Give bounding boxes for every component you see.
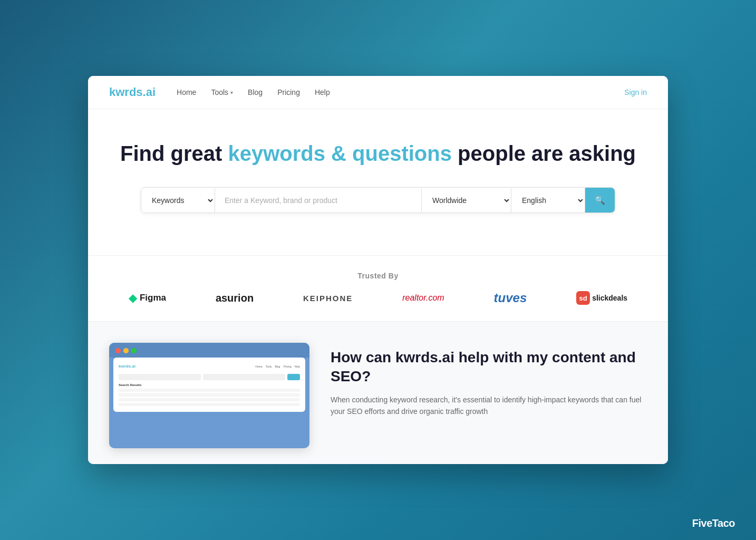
navbar: kwrds.ai Home Tools ▾ Blog Pricing Help … — [88, 76, 668, 109]
ss-nav-links: Home Tools Blog Pricing Help — [255, 365, 300, 368]
ss-search-btn — [287, 374, 300, 380]
slickdeals-logo: sd slickdeals — [576, 291, 627, 305]
ss-row-3 — [119, 398, 300, 401]
ss-table-title: Search Results — [119, 383, 300, 387]
ss-navbar: kwrds.ai Home Tools Blog Pricing Help — [119, 362, 300, 371]
ss-row-1 — [119, 389, 300, 392]
tuves-logo: tuves — [494, 291, 527, 305]
figma-logo: ◆ Figma — [129, 292, 166, 304]
realtor-logo: realtor.com — [402, 293, 444, 303]
content-info: How can kwrds.ai help with my content an… — [331, 343, 647, 418]
screenshot-inner: kwrds.ai Home Tools Blog Pricing Help Se… — [113, 358, 305, 412]
brand-logo[interactable]: kwrds.ai — [109, 85, 156, 99]
bottom-section: kwrds.ai Home Tools Blog Pricing Help Se… — [88, 321, 668, 464]
watermark: FiveTaco — [692, 517, 735, 529]
nav-pricing[interactable]: Pricing — [277, 88, 300, 97]
ss-search-bar — [119, 374, 300, 380]
tools-chevron-icon: ▾ — [230, 90, 233, 95]
search-button[interactable]: 🔍 — [585, 188, 615, 213]
nav-home[interactable]: Home — [177, 88, 196, 97]
ss-input — [119, 374, 201, 380]
browser-window: kwrds.ai Home Tools ▾ Blog Pricing Help … — [88, 76, 668, 464]
ss-row-4 — [119, 403, 300, 406]
ss-row-2 — [119, 393, 300, 397]
search-icon: 🔍 — [595, 195, 605, 205]
nav-help[interactable]: Help — [315, 88, 330, 97]
content-description: When conducting keyword research, it's e… — [331, 394, 647, 418]
hero-section: Find great keywords & questions people a… — [88, 109, 668, 255]
ss-input2 — [203, 374, 285, 380]
keyword-input[interactable] — [215, 189, 422, 212]
ss-maximize-dot — [131, 348, 137, 353]
figma-icon: ◆ — [129, 292, 137, 304]
ss-brand: kwrds.ai — [119, 364, 135, 369]
ss-minimize-dot — [123, 348, 129, 353]
nav-links: Home Tools ▾ Blog Pricing Help — [177, 88, 624, 97]
content-title: How can kwrds.ai help with my content an… — [331, 348, 647, 387]
trusted-logos: ◆ Figma asurion KEIPHONE realtor.com tuv… — [109, 291, 647, 305]
app-screenshot: kwrds.ai Home Tools Blog Pricing Help Se… — [109, 343, 309, 448]
trusted-section: Trusted By ◆ Figma asurion KEIPHONE real… — [88, 256, 668, 321]
keiphone-logo: KEIPHONE — [303, 294, 353, 303]
asurion-logo: asurion — [216, 292, 254, 304]
hero-title: Find great keywords & questions people a… — [109, 141, 647, 166]
search-type-select[interactable]: Keywords Questions Comparisons Prepositi… — [141, 188, 215, 213]
location-select[interactable]: Worldwide United States United Kingdom C… — [422, 188, 511, 213]
screenshot-window-controls — [109, 343, 309, 358]
nav-tools[interactable]: Tools ▾ — [211, 88, 233, 97]
slickdeals-badge-icon: sd — [576, 291, 590, 305]
ss-close-dot — [115, 348, 121, 353]
search-bar: Keywords Questions Comparisons Prepositi… — [141, 187, 615, 213]
trusted-label: Trusted By — [109, 272, 647, 280]
language-select[interactable]: English Spanish French German Portuguese — [511, 188, 585, 213]
signin-button[interactable]: Sign in — [624, 88, 647, 97]
nav-blog[interactable]: Blog — [248, 88, 263, 97]
